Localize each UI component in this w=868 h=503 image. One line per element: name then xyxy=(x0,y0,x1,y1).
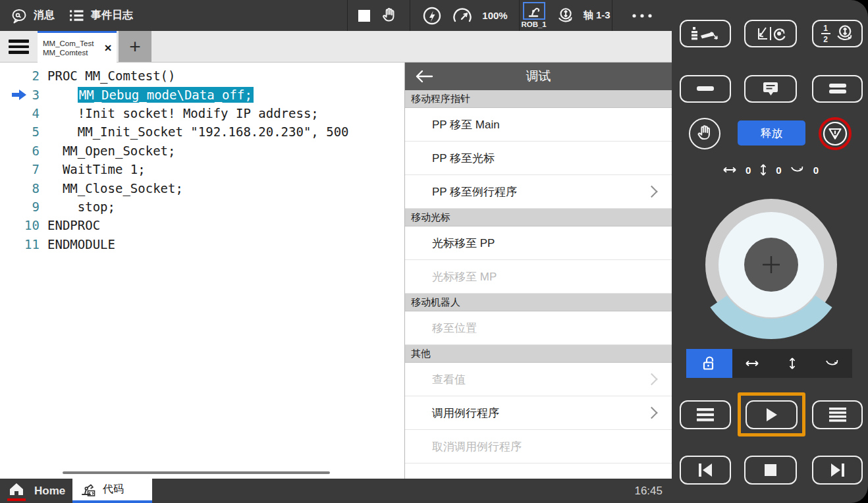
tab-mm-comtest[interactable]: MM_Com_Test MM_Comtest × xyxy=(38,31,117,63)
linear-reorient-toggle-button[interactable] xyxy=(744,20,797,47)
speed-gauge-icon[interactable] xyxy=(452,8,473,24)
line-number: 4 xyxy=(0,106,47,120)
menu-hamburger-button[interactable] xyxy=(9,40,29,54)
jog-value-readout: 0 0 0 xyxy=(698,163,843,176)
debug-menu-item[interactable]: 移至位置 xyxy=(405,311,672,345)
chevron-right-icon xyxy=(645,373,657,385)
robot-selector[interactable]: ROB_1 xyxy=(521,2,546,29)
teach-pendant-screen: 消息 事件日志 xyxy=(0,0,868,503)
robot-arm-icon xyxy=(523,2,545,20)
line-number: 8 xyxy=(0,181,47,196)
line-number: 2 xyxy=(0,68,47,83)
more-menu-button[interactable] xyxy=(612,0,672,31)
code-line-11[interactable]: 11ENDMODULE xyxy=(0,235,404,253)
tab-module-name: MM_Com_Test xyxy=(43,39,99,48)
debug-section-header: 移动机器人 xyxy=(405,294,672,311)
play-button[interactable] xyxy=(746,400,798,429)
release-button[interactable]: 释放 xyxy=(738,120,805,146)
step-forward-icon xyxy=(830,463,846,477)
axis-group-label: 轴 1-3 xyxy=(583,9,610,22)
messages-button[interactable]: 消息 xyxy=(11,0,55,31)
jog-value-r: 0 xyxy=(813,165,819,176)
top-bar-right-groups: 100% ROB_1 xyxy=(347,0,672,31)
rotation-axis-icon xyxy=(790,165,805,174)
debug-menu-item[interactable]: PP 移至光标 xyxy=(405,142,672,175)
linear-reorient-icon xyxy=(755,25,786,42)
horizontal-scrollbar[interactable] xyxy=(63,471,330,474)
touch-jog-button[interactable] xyxy=(689,118,720,149)
jog-wheel[interactable] xyxy=(699,188,844,341)
more-dots-icon xyxy=(631,13,653,18)
home-button[interactable]: Home xyxy=(8,479,65,503)
double-bar-mode-button[interactable] xyxy=(812,75,863,103)
axis-group-toggle-button[interactable]: 1 2 xyxy=(812,20,863,47)
single-step-mode-button[interactable] xyxy=(680,75,731,103)
chevron-right-icon xyxy=(645,186,657,198)
motors-on-icon[interactable] xyxy=(421,5,443,26)
debug-panel-header: 调试 xyxy=(405,63,672,90)
code-line-6[interactable]: 6MM_Open_Socket; xyxy=(0,142,404,160)
code-text: PROC MM_Comtest() xyxy=(47,68,175,83)
debug-menu-item[interactable]: PP 移至 Main xyxy=(405,108,672,142)
code-line-10[interactable]: 10ENDPROC xyxy=(0,216,404,234)
code-text: WaitTime 1; xyxy=(63,162,146,176)
manual-mode-hand-icon[interactable] xyxy=(379,7,399,25)
single-bar-icon xyxy=(697,86,714,92)
code-line-9[interactable]: 9stop; xyxy=(0,198,404,216)
jog-control-panel: 1 2 xyxy=(672,0,868,503)
step-backward-button[interactable] xyxy=(680,456,731,485)
debug-menu-item[interactable]: 查看值 xyxy=(405,363,672,396)
home-icon xyxy=(8,481,25,497)
event-log-button[interactable]: 事件日志 xyxy=(68,0,133,31)
debug-section-header: 其他 xyxy=(405,345,672,363)
line-number: 5 xyxy=(0,124,47,139)
tab-close-icon[interactable]: × xyxy=(99,41,117,55)
robot-axis-group: ROB_1 轴 1-3 xyxy=(519,0,612,31)
code-line-2[interactable]: 2PROC MM_Comtest() xyxy=(0,66,404,85)
jog-value-x: 0 xyxy=(746,165,751,176)
message-bubble-icon xyxy=(11,8,28,24)
double-bar-icon xyxy=(829,84,846,94)
task-tab-code[interactable]: 代码 xyxy=(72,479,152,503)
stopped-state-icon[interactable] xyxy=(358,10,370,22)
step-forward-button[interactable] xyxy=(812,456,863,485)
horizontal-arrow-icon xyxy=(744,359,760,367)
add-tab-button[interactable]: + xyxy=(119,31,151,62)
debug-menu-item[interactable]: 取消调用例行程序 xyxy=(405,430,672,463)
code-line-4[interactable]: 4!Init socket! Modify IP address; xyxy=(0,104,404,122)
code-text: MM_Open_Socket; xyxy=(63,144,176,158)
axis-unlock-button[interactable] xyxy=(686,349,732,378)
execution-state-group xyxy=(347,0,410,31)
debug-menu-item[interactable]: 光标移至 MP xyxy=(405,260,672,294)
code-text: !Init socket! Modify IP address; xyxy=(78,106,319,120)
program-jog-settings-button[interactable] xyxy=(680,20,731,47)
debug-menu-item[interactable]: PP 移至例行程序 xyxy=(405,175,672,209)
top-status-bar: 消息 事件日志 xyxy=(0,0,672,31)
axis-horizontal-button[interactable] xyxy=(739,350,765,377)
debug-menu-item[interactable]: 光标移至 PP xyxy=(405,226,672,260)
emergency-stop-indicator[interactable] xyxy=(819,117,852,150)
code-task-icon xyxy=(79,481,97,498)
axis-rotation-button[interactable] xyxy=(819,350,846,377)
stop-button[interactable] xyxy=(744,456,797,485)
vertical-axis-icon xyxy=(759,163,767,176)
tab-labels: MM_Com_Test MM_Comtest xyxy=(38,39,99,57)
code-line-3[interactable]: 3MM_Debug_mode\Data_off; xyxy=(0,85,404,103)
task-tab-label: 代码 xyxy=(103,483,124,496)
axis-mode-icon[interactable] xyxy=(556,7,574,25)
comment-button[interactable] xyxy=(744,75,797,103)
home-label: Home xyxy=(34,485,65,498)
step-back-icon xyxy=(697,463,713,477)
axis-vertical-button[interactable] xyxy=(779,350,805,377)
code-line-8[interactable]: 8MM_Close_Socket; xyxy=(0,178,404,197)
document-tab-bar: MM_Com_Test MM_Comtest × + xyxy=(0,31,672,63)
speed-value: 100% xyxy=(482,10,507,21)
code-line-7[interactable]: 7WaitTime 1; xyxy=(0,160,404,178)
code-editor[interactable]: 2PROC MM_Comtest()3MM_Debug_mode\Data_of… xyxy=(0,63,404,479)
instruction-menu-button[interactable] xyxy=(812,400,863,429)
code-line-5[interactable]: 5MM_Init_Socket "192.168.20.230", 500 xyxy=(0,122,404,141)
routine-menu-button[interactable] xyxy=(680,400,731,429)
debug-menu-item[interactable]: 调用例行程序 xyxy=(405,396,672,430)
touch-hand-icon xyxy=(695,124,715,144)
four-bars-icon xyxy=(829,408,846,422)
